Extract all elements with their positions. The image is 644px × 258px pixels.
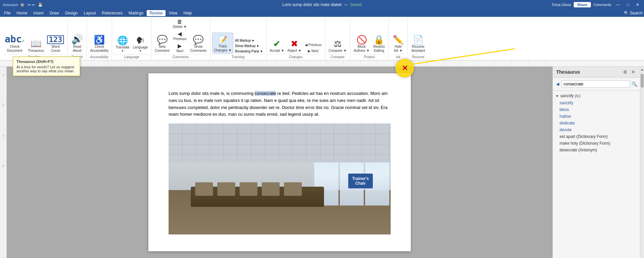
read-aloud-icon: 🔊 [71, 35, 83, 44]
accessibility-label: Accessibility [89, 54, 110, 59]
thesaurus-item-bless[interactable]: bless [553, 106, 640, 113]
new-comment-button[interactable]: 💬 NewComment [153, 33, 171, 53]
language-label: Language [133, 45, 148, 49]
changes-label: Changes [269, 54, 323, 59]
minimize-button[interactable]: — [614, 2, 622, 8]
check-accessibility-button[interactable]: ♿ CheckAccessibility [89, 33, 110, 53]
ribbon-group-changes: ✔ Accept ▼ ✖ Reject ▼ ◀ Previous ▶ Next … [266, 18, 325, 60]
delete-icon: 🗑 [177, 19, 182, 25]
word-count-button[interactable]: 123 WordCount [46, 33, 65, 53]
chair-5 [284, 182, 302, 196]
menu-review[interactable]: Review [147, 10, 165, 16]
menu-design[interactable]: Design [62, 10, 80, 16]
menu-home[interactable]: Home [14, 10, 30, 16]
thesaurus-scrollbar[interactable]: ▲ ▼ [640, 67, 644, 258]
ribbon-group-speech: 🔊 ReadAloud Speech [68, 18, 87, 60]
hide-ink-button[interactable]: ✏️ HideInk ▼ [391, 33, 405, 53]
doc-area[interactable]: Loris sump dolor sits mate is, is commun… [7, 67, 552, 258]
word-count-icon: 123 [47, 35, 64, 44]
chair-2 [217, 182, 235, 196]
menu-references[interactable]: References [99, 10, 125, 16]
check-document-button[interactable]: abc✓ CheckDocument [3, 33, 26, 53]
next-change-button[interactable]: ▶ Next [303, 48, 323, 53]
thesaurus-panel: Thesaurus ⚙ ✕ ◀ 🔍 ▼ sanctify (v.) sancti… [552, 67, 640, 258]
translate-arrow: ▼ [121, 49, 124, 53]
close-button[interactable]: ✕ [634, 2, 641, 8]
scroll-thumb[interactable] [641, 74, 644, 87]
resume-assistant-button[interactable]: 📄 ResumeAssistant [410, 33, 426, 53]
previous-change-button[interactable]: ◀ Previous [303, 42, 323, 47]
read-aloud-button[interactable]: 🔊 ReadAloud [70, 33, 84, 53]
language-items: 🌐 Translate ▼ 🗣 Language ▼ [114, 18, 149, 53]
thesaurus-item-make-holy[interactable]: make holy (Dictionary Form) [553, 140, 640, 147]
thesaurus-item-set-apart[interactable]: set apart (Dictionary Form) [553, 133, 640, 140]
hide-ink-icon: ✏️ [393, 35, 403, 44]
next-label: Next [176, 49, 183, 53]
compare-items: ⚖ Compare ▼ [327, 18, 348, 53]
language-button[interactable]: 🗣 Language ▼ [132, 33, 149, 53]
thesaurus-item-devote[interactable]: devote [553, 126, 640, 133]
prev-change-icon: ◀ Previous [305, 43, 322, 47]
tooltip-description: At a loss for words? Let us suggest anot… [16, 65, 76, 73]
next-change-icon: ▶ Next [308, 49, 318, 53]
thesaurus-back-button[interactable]: ◀ [556, 81, 560, 87]
menu-help[interactable]: Help [181, 10, 194, 16]
thesaurus-search-button[interactable]: 🔍 [632, 81, 637, 87]
highlighted-word: consecrate [255, 91, 276, 96]
menu-file[interactable]: File [1, 10, 13, 16]
thesaurus-panel-controls: ⚙ ✕ [622, 69, 637, 75]
all-markup-arrow: ▼ [252, 39, 255, 42]
tracking-items: 📝 TrackChanges ▼ All Markup ▼ Show Marku… [212, 18, 264, 53]
share-button[interactable]: Share [574, 2, 591, 7]
menu-draw[interactable]: Draw [47, 10, 62, 16]
reviewing-pane-button[interactable]: Reviewing Pane ▼ [234, 49, 264, 53]
thesaurus-item-desecrate[interactable]: desecrate (Antonym) [553, 147, 640, 153]
thesaurus-item-dedicate[interactable]: dedicate [553, 120, 640, 126]
delete-comment-button[interactable]: 🗑 Delete ▼ [172, 18, 188, 29]
thesaurus-section-header[interactable]: ▼ sanctify (v.) [553, 92, 640, 100]
previous-label: Previous [173, 37, 186, 41]
block-authors-button[interactable]: 🚫 BlockAuthors ▼ [352, 33, 371, 53]
thesaurus-item-sanctify[interactable]: sanctify [553, 100, 640, 106]
scroll-up-arrow[interactable]: ▲ [640, 67, 644, 72]
document-title: Loris sump dolor sits mate diabet — Save… [282, 2, 361, 7]
thesaurus-settings-button[interactable]: ⚙ [622, 69, 629, 75]
read-aloud-label: ReadAloud [73, 45, 81, 53]
accept-button[interactable]: ✔ Accept ▼ [269, 33, 286, 53]
thesaurus-button[interactable]: 📖 Thesaurus [27, 33, 45, 53]
show-markup-button[interactable]: Show Markup ▼ [234, 44, 264, 48]
accessibility-label: CheckAccessibility [90, 45, 108, 53]
translate-button[interactable]: 🌐 Translate ▼ [114, 33, 131, 53]
track-changes-icon: 📝 [218, 36, 227, 44]
gutter-num-4: 4 [2, 164, 4, 168]
thesaurus-close-button[interactable]: ✕ [630, 69, 637, 75]
new-comment-icon: 💬 [157, 35, 168, 44]
show-comments-button[interactable]: 💬 ShowComments [189, 33, 208, 53]
autosave-toggle[interactable]: 🔘 [20, 3, 24, 7]
all-markup-button[interactable]: All Markup ▼ [234, 38, 264, 43]
menu-mailings[interactable]: Mailings [126, 10, 146, 16]
menu-insert[interactable]: Insert [31, 10, 46, 16]
previous-comment-button[interactable]: ◀ Previous [172, 30, 188, 41]
menu-bar: File Home Insert Draw Design Layout Refe… [0, 9, 644, 17]
scroll-track[interactable] [640, 72, 644, 258]
accept-label: Accept ▼ [270, 49, 284, 53]
thesaurus-search-input[interactable] [561, 80, 630, 88]
restrict-editing-button[interactable]: 🔒 RestrictEditing [371, 33, 386, 53]
search-icon[interactable]: 🔍 Search [624, 11, 643, 15]
left-gutter: 1 2 3 4 [0, 67, 7, 258]
maximize-button[interactable]: □ [625, 2, 631, 8]
menu-layout[interactable]: Layout [81, 10, 99, 16]
next-comment-button[interactable]: ▶ Next [172, 42, 188, 53]
comments-button[interactable]: Comments [594, 3, 611, 7]
thesaurus-label: Thesaurus [28, 49, 44, 53]
menu-view[interactable]: View [166, 10, 180, 16]
track-changes-button[interactable]: 📝 TrackChanges ▼ [212, 33, 234, 53]
main-area: 1 2 3 4 Loris sump dolor sits mate is, i… [0, 67, 644, 258]
reviewing-pane-label: Reviewing Pane [235, 49, 259, 53]
reject-icon: ✖ [291, 39, 298, 48]
compare-button[interactable]: ⚖ Compare ▼ [327, 33, 348, 53]
proofing-items: abc✓ CheckDocument 📖 Thesaurus 123 WordC… [3, 18, 65, 53]
reject-button[interactable]: ✖ Reject ▼ [286, 33, 303, 53]
thesaurus-item-hallow[interactable]: hallow [553, 113, 640, 120]
